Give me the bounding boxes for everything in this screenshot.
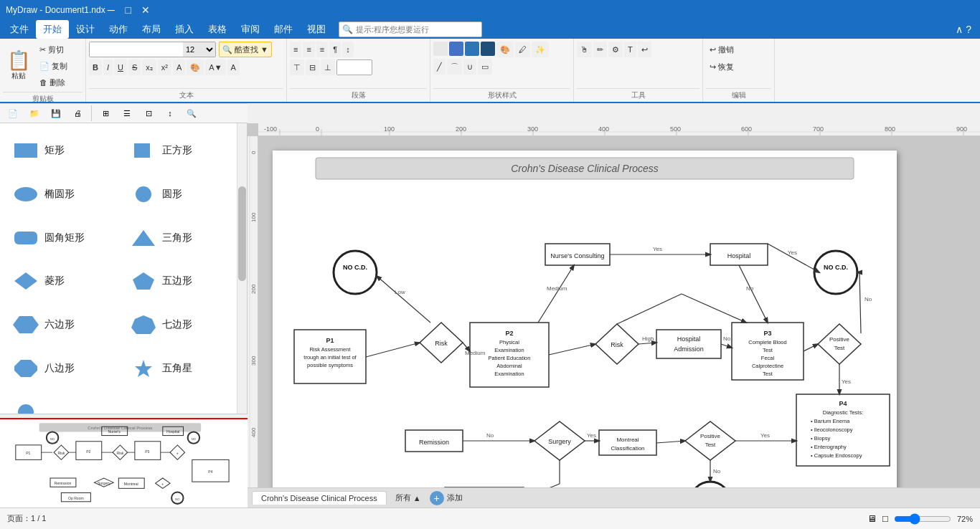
shape-star5[interactable]: 五角星 <box>123 347 241 391</box>
font-color-btn[interactable]: A <box>173 59 185 75</box>
line-spacing-btn[interactable]: ↕ <box>342 42 354 57</box>
active-tab[interactable]: Crohn's Disease Clinical Process <box>252 491 387 505</box>
shape-ellipse[interactable]: 椭圆形 <box>6 173 123 216</box>
search-input[interactable] <box>356 25 471 34</box>
tb-btn3[interactable]: ⊡ <box>138 103 159 123</box>
paste-btn[interactable]: 📋 粘贴 <box>3 42 34 90</box>
shape-hexagon[interactable]: 六边形 <box>6 303 123 347</box>
bg-color-btn[interactable]: 🎨 <box>187 59 204 75</box>
shape-fill-btn[interactable]: 🎨 <box>496 42 514 57</box>
valign-mid-btn[interactable]: ⊟ <box>306 59 319 75</box>
menu-review[interactable]: 审阅 <box>234 20 267 39</box>
draw-arc-btn[interactable]: ∪ <box>463 59 476 75</box>
text-outline-btn[interactable]: A <box>227 59 240 75</box>
list-btn[interactable]: ☰ <box>117 103 137 123</box>
svg-rect-1 <box>134 143 150 158</box>
font-name-input[interactable] <box>90 42 183 57</box>
cut-btn[interactable]: ✂ 剪切 <box>36 42 71 57</box>
panel-scrollbar[interactable] <box>237 123 247 439</box>
valign-top-btn[interactable]: ⊤ <box>290 59 304 75</box>
shape-style-1[interactable] <box>433 42 448 56</box>
all-tabs-btn[interactable]: 所有 ▲ <box>390 490 427 505</box>
svg-marker-7 <box>133 272 154 290</box>
new-btn[interactable]: 📄 <box>3 103 23 123</box>
zoom-page-btn[interactable]: □ <box>882 513 888 524</box>
maximize-btn[interactable]: □ <box>123 4 134 16</box>
zoom-monitor-btn[interactable]: 🖥 <box>867 513 877 524</box>
menu-insert[interactable]: 插入 <box>168 20 201 39</box>
menu-table[interactable]: 表格 <box>201 20 234 39</box>
help-btn[interactable]: ? <box>966 24 971 35</box>
search-box[interactable]: 🔍 <box>339 22 482 37</box>
italic-btn[interactable]: I <box>103 59 113 75</box>
copy-btn[interactable]: 📄 复制 <box>36 58 71 74</box>
align-center-btn[interactable]: ≡ <box>303 42 314 57</box>
shape-circle[interactable]: 圆形 <box>123 173 241 216</box>
zoom-slider[interactable] <box>894 513 951 525</box>
shape-triangle[interactable]: 三角形 <box>123 216 241 259</box>
add-tab-btn[interactable]: + <box>430 491 444 505</box>
shape-diamond[interactable]: 菱形 <box>6 259 123 303</box>
para-input[interactable] <box>337 60 366 75</box>
tb-btn4[interactable]: ↕ <box>160 103 180 123</box>
font-size-select[interactable]: 12 <box>183 42 215 57</box>
tool-5[interactable]: ↩ <box>638 42 651 57</box>
para-combo[interactable] <box>336 59 372 75</box>
find-btn[interactable]: 🔍 酷查找 ▼ <box>219 42 272 57</box>
minimize-btn[interactable]: ─ <box>105 4 117 16</box>
delete-btn[interactable]: 🗑 删除 <box>36 75 71 90</box>
save-btn[interactable]: 💾 <box>46 103 66 123</box>
redo-btn[interactable]: ↪ 恢复 <box>706 59 738 75</box>
draw-shape-btn[interactable]: ▭ <box>478 59 492 75</box>
draw-line-btn[interactable]: ╱ <box>433 59 446 75</box>
tb-btn5[interactable]: 🔍 <box>182 103 202 123</box>
shape-style-2[interactable] <box>449 42 463 56</box>
undo-btn[interactable]: ↩ 撤销 <box>706 42 738 57</box>
superscript-btn[interactable]: x² <box>158 59 171 75</box>
bold-btn[interactable]: B <box>89 59 102 75</box>
open-btn[interactable]: 📁 <box>24 103 44 123</box>
shape-roundrect[interactable]: 圆角矩形 <box>6 216 123 259</box>
menu-view[interactable]: 视图 <box>300 20 333 39</box>
shape-effect-btn[interactable]: ✨ <box>532 42 549 57</box>
svg-text:Nurse's Consulting: Nurse's Consulting <box>550 252 604 259</box>
tool-3[interactable]: ⚙ <box>608 42 623 57</box>
shape-heptagon[interactable]: 七边形 <box>123 303 241 347</box>
collapse-ribbon-btn[interactable]: ∧ <box>956 24 963 35</box>
shape-pentagon[interactable]: 五边形 <box>123 259 241 303</box>
align-right-btn[interactable]: ≡ <box>316 42 328 57</box>
tool-1[interactable]: 🖱 <box>577 42 592 57</box>
grid-btn[interactable]: ⊞ <box>95 103 116 123</box>
menu-action[interactable]: 动作 <box>102 20 135 39</box>
align-left-btn[interactable]: ≡ <box>290 42 301 57</box>
shape-style-4[interactable] <box>481 42 495 56</box>
canvas-scroll[interactable]: Crohn's Disease Clinical Process NO C.D.… <box>258 136 980 487</box>
strikethrough-btn[interactable]: S <box>128 59 141 75</box>
shape-rect[interactable]: 矩形 <box>6 129 123 173</box>
subscript-btn[interactable]: x₂ <box>142 59 156 75</box>
tool-2[interactable]: ✏ <box>593 42 607 57</box>
menu-file[interactable]: 文件 <box>3 20 36 39</box>
menu-mail[interactable]: 邮件 <box>267 20 300 39</box>
shape-octagon[interactable]: 八边形 <box>6 347 123 391</box>
menu-layout[interactable]: 布局 <box>135 20 168 39</box>
diagram-svg: Crohn's Disease Clinical Process NO C.D.… <box>273 151 897 487</box>
align-justify-btn[interactable]: ¶ <box>329 42 341 57</box>
svg-line-155 <box>639 343 656 344</box>
close-btn[interactable]: ✕ <box>140 4 151 16</box>
tool-4[interactable]: T <box>624 42 636 57</box>
shape-style-3[interactable] <box>465 42 479 56</box>
svg-point-94 <box>814 251 857 294</box>
font-effect-btn[interactable]: A▼ <box>205 59 225 75</box>
draw-curve-btn[interactable]: ⌒ <box>447 59 462 75</box>
font-combo[interactable]: 12 <box>89 42 216 57</box>
menu-design[interactable]: 设计 <box>69 20 102 39</box>
menu-bar: 文件 开始 设计 动作 布局 插入 表格 审阅 邮件 视图 🔍 ∧ ? <box>0 20 980 39</box>
scrollbar-thumb[interactable] <box>238 186 246 281</box>
print-btn[interactable]: 🖨 <box>67 103 88 123</box>
underline-btn[interactable]: U <box>114 59 127 75</box>
shape-line-btn[interactable]: 🖊 <box>515 42 530 57</box>
shape-square[interactable]: 正方形 <box>123 129 241 173</box>
valign-bot-btn[interactable]: ⊥ <box>321 59 335 75</box>
menu-start[interactable]: 开始 <box>36 20 69 39</box>
